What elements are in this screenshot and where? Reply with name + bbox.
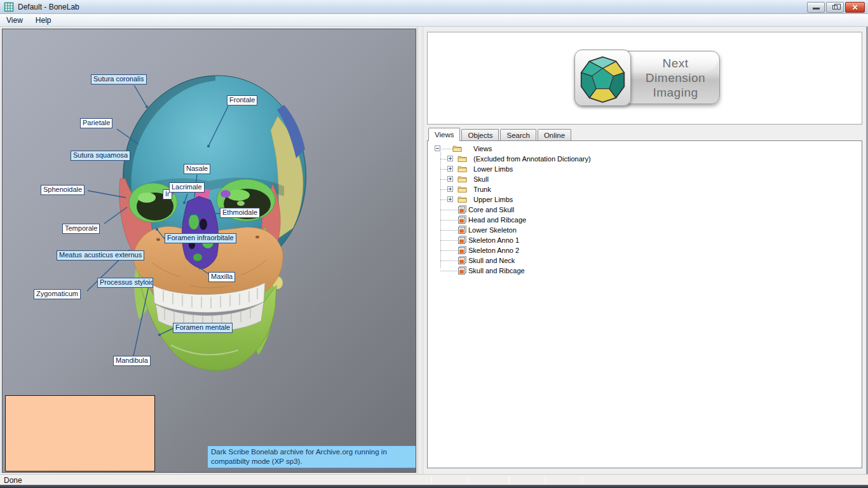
tab-online[interactable]: Online bbox=[538, 129, 571, 140]
window-title: Default - BoneLab bbox=[18, 3, 79, 11]
anatomy-label[interactable]: Temporale bbox=[62, 224, 100, 234]
skull-3d-model[interactable] bbox=[114, 72, 317, 390]
tree-item[interactable]: Skeleton Anno 1 bbox=[428, 235, 862, 245]
logo-panel: Next Dimension Imaging bbox=[427, 32, 862, 125]
tree-guide bbox=[440, 159, 447, 159]
menu-help[interactable]: Help bbox=[29, 15, 58, 26]
anatomy-label[interactable]: Lacrimale bbox=[169, 182, 205, 193]
anatomy-label[interactable]: Ethmoidale bbox=[220, 208, 260, 218]
tree-item-label: Skull bbox=[472, 175, 490, 183]
anatomy-label[interactable]: Sphenoidale bbox=[41, 185, 85, 195]
menu-view[interactable]: View bbox=[0, 15, 29, 26]
anatomy-label[interactable]: Zygomaticum bbox=[34, 289, 81, 299]
window-bottom-edge bbox=[0, 485, 868, 488]
folder-icon bbox=[458, 185, 467, 193]
statusbar-separator bbox=[509, 477, 510, 484]
tree-item[interactable]: (Excluded from Annotation Dictionary) bbox=[428, 154, 862, 164]
views-tree-panel[interactable]: Views(Excluded from Annotation Dictionar… bbox=[427, 140, 862, 468]
tree-item[interactable]: Skeleton Anno 2 bbox=[428, 245, 862, 255]
tree-guide bbox=[440, 210, 458, 210]
plus-expander-icon[interactable] bbox=[447, 156, 453, 161]
minus-expander-icon[interactable] bbox=[435, 146, 440, 151]
restore-button[interactable] bbox=[826, 2, 844, 13]
anatomy-label[interactable]: Nasale bbox=[184, 164, 210, 174]
tree-guide bbox=[440, 189, 447, 190]
tree-item[interactable]: Core and Skull bbox=[428, 205, 862, 215]
anatomy-label[interactable]: Maxilla bbox=[208, 272, 235, 282]
tree-guide bbox=[440, 152, 441, 268]
viewport-3d[interactable]: Sutura coronalisFrontaleParietaleSutura … bbox=[2, 29, 416, 473]
tree-item-label: Skeleton Anno 1 bbox=[467, 236, 520, 244]
tree-guide bbox=[440, 220, 458, 220]
anatomy-label[interactable]: Frontale bbox=[227, 95, 257, 105]
anatomy-label[interactable]: Sutura coronalis bbox=[91, 74, 147, 85]
statusbar: Done bbox=[0, 474, 868, 488]
tree-item-label: Skeleton Anno 2 bbox=[467, 247, 520, 254]
anatomy-label[interactable]: Foramen infraorbitale bbox=[165, 233, 236, 243]
tree-item[interactable]: Upper Limbs bbox=[428, 194, 862, 205]
anatomy-label[interactable]: Sutura squamosa bbox=[71, 151, 130, 161]
view-icon bbox=[458, 256, 467, 264]
tree-guide bbox=[440, 230, 458, 231]
tree-guide bbox=[440, 169, 447, 170]
tree-item-label: (Excluded from Annotation Dictionary) bbox=[472, 155, 592, 163]
plus-expander-icon[interactable] bbox=[447, 176, 453, 182]
tree-guide bbox=[440, 179, 447, 180]
tree-guide bbox=[440, 250, 458, 251]
tab-views[interactable]: Views bbox=[428, 128, 460, 141]
titlebar[interactable]: Default - BoneLab ✕ bbox=[0, 0, 868, 14]
plus-expander-icon[interactable] bbox=[447, 196, 453, 202]
tree-guide bbox=[440, 271, 458, 271]
view-icon bbox=[458, 246, 467, 254]
minimize-button[interactable] bbox=[807, 2, 825, 13]
statusbar-separator bbox=[431, 477, 432, 484]
statusbar-separator bbox=[582, 477, 583, 484]
right-panel: Next Dimension Imaging ViewsObjectsSearc… bbox=[424, 27, 868, 474]
tree-item[interactable]: Skull and Neck bbox=[428, 255, 862, 266]
next-dimension-imaging-logo[interactable]: Next Dimension Imaging bbox=[575, 51, 720, 104]
view-icon bbox=[458, 226, 467, 234]
tree-item-label: Head and Ribcage bbox=[467, 216, 527, 224]
folder-icon bbox=[458, 175, 467, 183]
tree-item[interactable]: Trunk bbox=[428, 184, 862, 194]
tree-item[interactable]: Skull and Ribcage bbox=[428, 266, 862, 276]
tab-search[interactable]: Search bbox=[500, 129, 536, 140]
status-message: Done bbox=[4, 476, 22, 485]
tree-item-label: Trunk bbox=[472, 186, 492, 193]
tree-item-label: Lower Limbs bbox=[472, 165, 514, 173]
folder-icon bbox=[452, 144, 462, 152]
plus-expander-icon[interactable] bbox=[447, 186, 453, 192]
tree-item[interactable]: Lower Limbs bbox=[428, 164, 862, 174]
menubar: View Help bbox=[0, 14, 868, 27]
tree-item-label: Core and Skull bbox=[467, 206, 515, 214]
color-swatch bbox=[5, 395, 155, 471]
close-icon: ✕ bbox=[846, 3, 864, 12]
view-icon bbox=[458, 266, 467, 274]
anatomy-label[interactable]: Meatus acusticus externus bbox=[57, 250, 144, 261]
tree-item[interactable]: Views bbox=[428, 144, 862, 154]
panel-splitter[interactable] bbox=[417, 27, 424, 474]
tab-objects[interactable]: Objects bbox=[461, 129, 499, 140]
bonelab-window: Default - BoneLab ✕ View Help bbox=[0, 0, 868, 488]
statusbar-separator bbox=[545, 477, 546, 484]
view-icon bbox=[458, 215, 467, 224]
compatibility-tooltip: Dark Scribe Bonelab archive for Archive.… bbox=[207, 445, 416, 468]
minimize-icon bbox=[813, 8, 820, 10]
anatomy-label[interactable]: Mandibula bbox=[113, 356, 151, 366]
tree-item-label: Upper Limbs bbox=[472, 196, 514, 203]
brand-name: Next Dimension Imaging bbox=[634, 56, 717, 100]
tree-item[interactable]: Lower Skeleton bbox=[428, 225, 862, 235]
anatomy-label[interactable]: Processus styloideus bbox=[97, 278, 153, 288]
dodecahedron-icon bbox=[574, 50, 631, 106]
close-button[interactable]: ✕ bbox=[845, 2, 865, 13]
folder-icon bbox=[458, 154, 467, 163]
tree-item-label: Lower Skeleton bbox=[467, 226, 518, 234]
plus-expander-icon[interactable] bbox=[447, 166, 453, 172]
tree-item[interactable]: Head and Ribcage bbox=[428, 215, 862, 225]
tree-item-label: Skull and Ribcage bbox=[467, 267, 526, 274]
anatomy-label[interactable]: Parietale bbox=[80, 118, 112, 128]
tree-item[interactable]: Skull bbox=[428, 174, 862, 184]
view-icon bbox=[458, 205, 467, 214]
view-icon bbox=[458, 236, 467, 244]
anatomy-label[interactable]: Foramen mentale bbox=[173, 323, 233, 333]
